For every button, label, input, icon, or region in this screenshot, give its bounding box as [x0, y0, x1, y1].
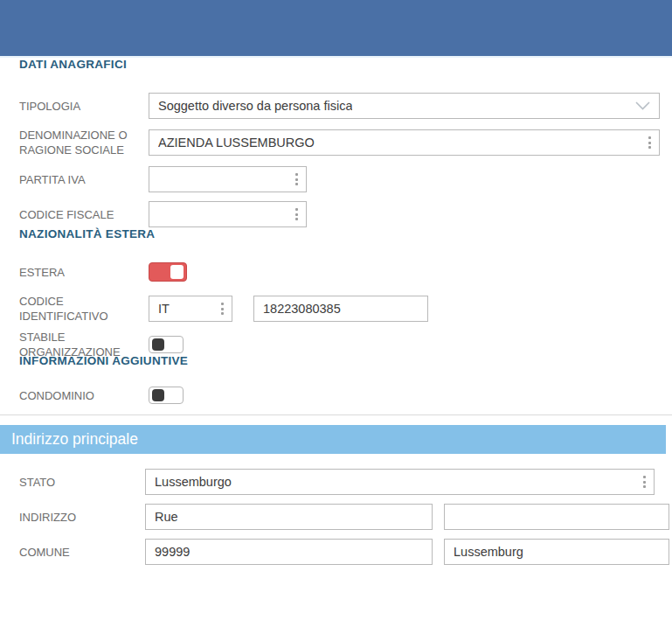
- codice-identificativo-prefix-field: [149, 296, 232, 322]
- kebab-icon[interactable]: [648, 136, 651, 149]
- stato-field: [145, 469, 655, 495]
- estera-toggle[interactable]: [149, 262, 187, 282]
- tipologia-row: TIPOLOGIA Soggetto diverso da persona fi…: [19, 93, 672, 119]
- partita-iva-field: [149, 166, 307, 192]
- toggle-knob: [152, 338, 164, 351]
- tipologia-label: TIPOLOGIA: [19, 99, 149, 114]
- comune-cap-input[interactable]: [146, 540, 432, 564]
- stabile-organizzazione-row: STABILE ORGANIZZAZIONE: [19, 335, 672, 354]
- section-divider: [0, 415, 672, 415]
- indirizzo-civico-field: [444, 504, 669, 530]
- estera-label: ESTERA: [19, 265, 149, 280]
- condominio-label: CONDOMINIO: [19, 388, 149, 403]
- banner-title: Indirizzo principale: [11, 430, 138, 449]
- stato-input[interactable]: [146, 470, 654, 494]
- codice-identificativo-row: CODICE IDENTIFICATIVO: [19, 294, 672, 324]
- partita-iva-row: PARTITA IVA: [19, 166, 672, 192]
- section-title-nazionalita-estera: NAZIONALITÀ ESTERA: [19, 227, 672, 241]
- estera-row: ESTERA: [19, 262, 672, 282]
- section-title-dati-anagrafici: DATI ANAGRAFICI: [19, 58, 672, 72]
- app-header-bar: [0, 0, 672, 56]
- denominazione-label: DENOMINAZIONE O RAGIONE SOCIALE: [19, 128, 149, 157]
- indirizzo-label: INDIRIZZO: [19, 510, 145, 525]
- codice-identificativo-number-input[interactable]: [254, 296, 427, 321]
- comune-row: COMUNE: [19, 539, 672, 565]
- condominio-row: CONDOMINIO: [19, 386, 672, 405]
- indirizzo-principale-banner: Indirizzo principale: [0, 425, 666, 454]
- kebab-icon[interactable]: [295, 173, 298, 185]
- comune-name-input[interactable]: [445, 540, 669, 564]
- codice-identificativo-number-field: [253, 296, 428, 322]
- stabile-organizzazione-toggle[interactable]: [149, 336, 184, 353]
- stato-row: STATO: [19, 469, 672, 495]
- denominazione-field: [149, 129, 660, 156]
- codice-fiscale-label: CODICE FISCALE: [19, 207, 149, 222]
- codice-identificativo-label: CODICE IDENTIFICATIVO: [19, 294, 149, 324]
- section-title-informazioni-aggiuntive: INFORMAZIONI AGGIUNTIVE: [19, 354, 672, 368]
- partita-iva-input[interactable]: [149, 167, 306, 192]
- kebab-icon[interactable]: [221, 303, 224, 315]
- kebab-icon[interactable]: [643, 476, 646, 488]
- tipologia-selected-value: Soggetto diverso da persona fisica: [149, 99, 352, 113]
- denominazione-row: DENOMINAZIONE O RAGIONE SOCIALE: [19, 128, 672, 157]
- comune-label: COMUNE: [19, 545, 145, 560]
- partita-iva-label: PARTITA IVA: [19, 172, 149, 187]
- stato-label: STATO: [19, 475, 145, 490]
- kebab-icon[interactable]: [295, 208, 298, 220]
- indirizzo-street-field: [145, 504, 433, 530]
- indirizzo-row: INDIRIZZO: [19, 504, 672, 530]
- codice-fiscale-field: [149, 201, 307, 227]
- condominio-toggle[interactable]: [149, 387, 184, 404]
- toggle-knob: [152, 389, 164, 401]
- tipologia-select[interactable]: Soggetto diverso da persona fisica: [149, 93, 660, 119]
- comune-name-field: [444, 539, 669, 565]
- codice-fiscale-row: CODICE FISCALE: [19, 201, 672, 227]
- comune-cap-field: [145, 539, 433, 565]
- codice-identificativo-prefix-input[interactable]: [149, 296, 232, 321]
- toggle-knob: [170, 265, 184, 279]
- indirizzo-civico-input[interactable]: [445, 505, 669, 529]
- chevron-down-icon: [635, 101, 650, 110]
- denominazione-input[interactable]: [149, 130, 659, 155]
- indirizzo-street-input[interactable]: [146, 505, 432, 529]
- codice-fiscale-input[interactable]: [149, 202, 306, 226]
